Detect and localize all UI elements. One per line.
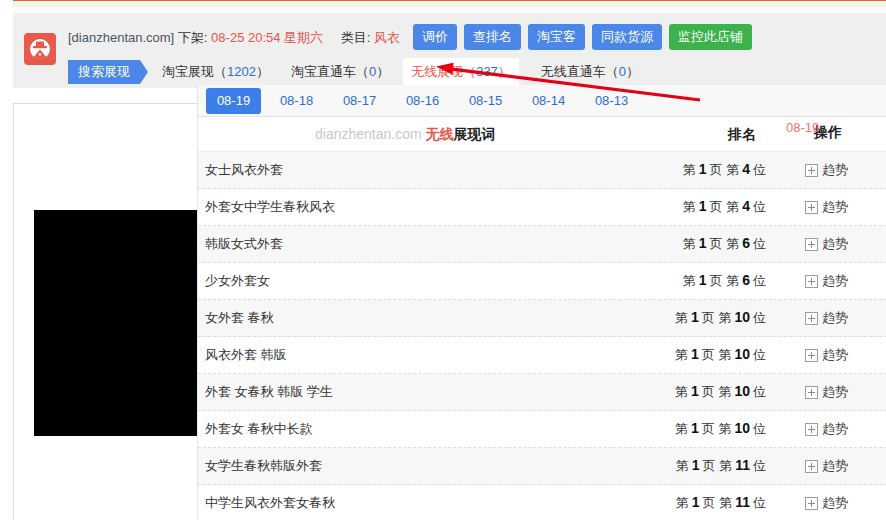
rank-word: 页 第 <box>702 310 732 325</box>
rank-page-number: 1 <box>699 235 707 251</box>
nav-tab-无线展现[interactable]: 无线展现（337） <box>403 58 519 86</box>
trend-label: 趋势 <box>822 383 848 401</box>
trend-button[interactable]: 趋势 <box>805 309 851 327</box>
rank-word: 页 第 <box>703 495 733 510</box>
trend-label: 趋势 <box>822 346 848 364</box>
keyword-cell: 外套女 春秋中长款 <box>205 420 675 438</box>
rank-word: 页 第 <box>703 458 733 473</box>
date-tab-08-15[interactable]: 08-15 <box>458 88 513 114</box>
plus-box-icon <box>805 386 818 399</box>
rank-page-number: 1 <box>691 346 699 362</box>
rank-cell: 第1页 第6位 <box>683 272 766 290</box>
rank-word: 第 <box>675 347 688 362</box>
plus-box-icon <box>805 164 818 177</box>
rank-position-number: 10 <box>734 346 750 362</box>
date-tab-08-14[interactable]: 08-14 <box>521 88 576 114</box>
rank-word: 位 <box>753 273 766 288</box>
nav-tab-count: 1202 <box>227 64 256 79</box>
rank-word: 位 <box>753 162 766 177</box>
trend-button[interactable]: 趋势 <box>805 235 851 253</box>
nav-tab-paren: ） <box>256 64 269 79</box>
rank-position-number: 11 <box>735 457 750 473</box>
keyword-cell: 外套 女春秋 韩版 学生 <box>205 383 675 401</box>
nav-tab-label: 淘宝展现（ <box>162 64 227 79</box>
rank-page-number: 1 <box>699 198 707 214</box>
table-row: 女学生春秋韩版外套第1页 第11位趋势 <box>198 448 886 485</box>
header-button-查排名[interactable]: 查排名 <box>464 24 521 50</box>
rank-word: 位 <box>753 495 766 510</box>
date-tab-08-18[interactable]: 08-18 <box>269 88 324 114</box>
table-row: 外套女 春秋中长款第1页 第10位趋势 <box>198 411 886 448</box>
rank-word: 位 <box>753 347 766 362</box>
table-row: 韩版女式外套第1页 第6位趋势 <box>198 226 886 263</box>
nav-tab-label: 无线展现（ <box>411 64 476 79</box>
trend-button[interactable]: 趋势 <box>805 420 851 438</box>
table-row: 风衣外套 韩版第1页 第10位趋势 <box>198 337 886 374</box>
nav-tab-无线直通车[interactable]: 无线直通车（0） <box>541 63 639 81</box>
rank-word: 页 第 <box>702 347 732 362</box>
rank-word: 第 <box>676 495 689 510</box>
rank-word: 位 <box>753 384 766 399</box>
rank-position-number: 10 <box>734 309 750 325</box>
keyword-cell: 女士风衣外套 <box>205 161 683 179</box>
trend-button[interactable]: 趋势 <box>805 198 851 216</box>
rank-page-number: 1 <box>692 494 700 510</box>
date-tab-08-19[interactable]: 08-19 <box>206 88 261 114</box>
keyword-dropdown-panel: 08-1908-1808-1708-1608-1508-1408-13 dian… <box>197 85 886 520</box>
table-row: 外套 女春秋 韩版 学生第1页 第10位趋势 <box>198 374 886 411</box>
keyword-cell: 少女外套女 <box>205 272 683 290</box>
table-header: dianzhentan.com 无线展现词 排名 操作 08-19 <box>198 117 886 152</box>
trend-button[interactable]: 趋势 <box>805 272 851 290</box>
product-image-placeholder <box>34 210 197 436</box>
rank-position-number: 10 <box>734 383 750 399</box>
trend-button[interactable]: 趋势 <box>805 383 851 401</box>
rank-word: 第 <box>675 421 688 436</box>
rank-word: 第 <box>676 458 689 473</box>
trend-label: 趋势 <box>822 272 848 290</box>
rank-cell: 第1页 第10位 <box>675 346 766 364</box>
trend-button[interactable]: 趋势 <box>805 346 851 364</box>
trend-button[interactable]: 趋势 <box>805 457 851 475</box>
rank-word: 第 <box>683 273 696 288</box>
trend-button[interactable]: 趋势 <box>805 161 851 179</box>
rank-position-number: 4 <box>742 198 750 214</box>
rank-page-number: 1 <box>692 457 700 473</box>
rank-word: 第 <box>683 162 696 177</box>
trend-label: 趋势 <box>822 198 848 216</box>
rank-word: 页 第 <box>702 384 732 399</box>
plus-box-icon <box>805 460 818 473</box>
nav-tab-淘宝展现[interactable]: 淘宝展现（1202） <box>162 63 269 81</box>
rank-page-number: 1 <box>699 272 707 288</box>
rank-word: 第 <box>675 384 688 399</box>
header-button-调价[interactable]: 调价 <box>413 24 457 50</box>
plus-box-icon <box>805 238 818 251</box>
table-row: 外套女中学生春秋风衣第1页 第4位趋势 <box>198 189 886 226</box>
table-title: dianzhentan.com 无线展现词 <box>315 117 496 151</box>
date-tab-bar: 08-1908-1808-1708-1608-1508-1408-13 <box>198 85 886 117</box>
plus-box-icon <box>805 349 818 362</box>
plus-box-icon <box>805 497 818 510</box>
date-tab-08-16[interactable]: 08-16 <box>395 88 450 114</box>
date-tab-08-13[interactable]: 08-13 <box>584 88 639 114</box>
rank-word: 页 第 <box>710 162 740 177</box>
rank-word: 第 <box>683 199 696 214</box>
category-label: 类目: <box>341 30 371 45</box>
rank-word: 位 <box>753 199 766 214</box>
table-title-brand: dianzhentan.com <box>315 126 426 142</box>
date-tab-08-17[interactable]: 08-17 <box>332 88 387 114</box>
trend-label: 趋势 <box>822 309 848 327</box>
trend-label: 趋势 <box>822 420 848 438</box>
header-button-监控此店铺[interactable]: 监控此店铺 <box>669 24 752 50</box>
header-button-淘宝客[interactable]: 淘宝客 <box>528 24 585 50</box>
nav-tab-search-display[interactable]: 搜索展现 <box>68 60 140 84</box>
trend-button[interactable]: 趋势 <box>805 494 851 512</box>
table-title-word: 展现词 <box>454 126 496 142</box>
keyword-cell: 女外套 春秋 <box>205 309 675 327</box>
page-header: [dianzhentan.com] 下架: 08-25 20:54 星期六 类目… <box>13 13 886 88</box>
plus-box-icon <box>805 423 818 436</box>
table-row: 女士风衣外套第1页 第4位趋势 <box>198 152 886 189</box>
rank-word: 第 <box>683 236 696 251</box>
header-button-同款货源[interactable]: 同款货源 <box>592 24 662 50</box>
rank-word: 页 第 <box>710 273 740 288</box>
nav-tab-淘宝直通车[interactable]: 淘宝直通车（0） <box>291 63 389 81</box>
